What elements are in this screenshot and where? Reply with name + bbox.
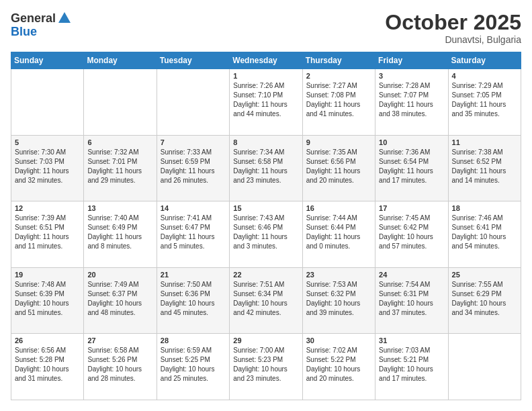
table-row: 15 Sunrise: 7:43 AMSunset: 6:46 PMDaylig… — [230, 201, 302, 268]
day-info: Sunrise: 6:58 AMSunset: 5:26 PMDaylight:… — [87, 346, 152, 383]
day-number: 9 — [306, 138, 371, 146]
day-info: Sunrise: 7:46 AMSunset: 6:41 PMDaylight:… — [452, 214, 517, 251]
table-row: 7 Sunrise: 7:33 AMSunset: 6:59 PMDayligh… — [157, 135, 229, 201]
table-row: 5 Sunrise: 7:30 AMSunset: 7:03 PMDayligh… — [11, 135, 84, 201]
day-info: Sunrise: 7:54 AMSunset: 6:31 PMDaylight:… — [379, 280, 444, 318]
table-row: 16 Sunrise: 7:44 AMSunset: 6:44 PMDaylig… — [302, 201, 375, 268]
table-row: 13 Sunrise: 7:40 AMSunset: 6:49 PMDaylig… — [84, 201, 157, 268]
day-number: 7 — [161, 138, 226, 146]
day-number: 18 — [452, 204, 517, 212]
header: General Blue October 2025 Dunavtsi, Bulg… — [11, 11, 521, 45]
day-number: 15 — [233, 204, 298, 212]
table-row: 21 Sunrise: 7:50 AMSunset: 6:36 PMDaylig… — [157, 267, 229, 334]
day-info: Sunrise: 7:44 AMSunset: 6:44 PMDaylight:… — [306, 214, 371, 251]
table-row: 26 Sunrise: 6:56 AMSunset: 5:28 PMDaylig… — [11, 334, 84, 400]
table-row: 30 Sunrise: 7:02 AMSunset: 5:22 PMDaylig… — [302, 334, 375, 400]
day-info: Sunrise: 7:38 AMSunset: 6:52 PMDaylight:… — [452, 148, 517, 185]
table-row — [11, 69, 84, 136]
day-info: Sunrise: 6:59 AMSunset: 5:25 PMDaylight:… — [161, 346, 226, 383]
day-info: Sunrise: 7:30 AMSunset: 7:03 PMDaylight:… — [15, 148, 80, 185]
page: General Blue October 2025 Dunavtsi, Bulg… — [0, 0, 532, 411]
day-number: 4 — [452, 72, 517, 80]
day-info: Sunrise: 7:36 AMSunset: 6:54 PMDaylight:… — [379, 148, 444, 185]
table-row: 6 Sunrise: 7:32 AMSunset: 7:01 PMDayligh… — [84, 135, 157, 201]
day-number: 8 — [233, 138, 298, 146]
day-number: 13 — [87, 204, 152, 212]
day-number: 10 — [379, 138, 444, 146]
day-number: 28 — [161, 336, 226, 345]
day-number: 12 — [15, 204, 80, 212]
header-wednesday: Wednesday — [230, 52, 302, 69]
day-number: 5 — [15, 138, 80, 146]
day-number: 21 — [161, 271, 226, 279]
calendar-week-row: 1 Sunrise: 7:26 AMSunset: 7:10 PMDayligh… — [11, 69, 521, 136]
calendar-week-row: 26 Sunrise: 6:56 AMSunset: 5:28 PMDaylig… — [11, 334, 521, 400]
day-number: 30 — [306, 336, 371, 345]
table-row: 11 Sunrise: 7:38 AMSunset: 6:52 PMDaylig… — [448, 135, 521, 201]
day-info: Sunrise: 7:51 AMSunset: 6:34 PMDaylight:… — [233, 280, 298, 318]
day-info: Sunrise: 7:41 AMSunset: 6:47 PMDaylight:… — [161, 214, 226, 251]
day-info: Sunrise: 7:48 AMSunset: 6:39 PMDaylight:… — [15, 280, 80, 318]
day-number: 26 — [15, 336, 80, 345]
table-row: 12 Sunrise: 7:39 AMSunset: 6:51 PMDaylig… — [11, 201, 84, 268]
day-number: 20 — [87, 271, 152, 279]
day-number: 17 — [379, 204, 444, 212]
logo-blue-text: Blue — [11, 25, 37, 38]
header-sunday: Sunday — [11, 52, 84, 69]
day-number: 27 — [87, 336, 152, 345]
table-row: 8 Sunrise: 7:34 AMSunset: 6:58 PMDayligh… — [230, 135, 302, 201]
day-info: Sunrise: 7:45 AMSunset: 6:42 PMDaylight:… — [379, 214, 444, 251]
day-number: 19 — [15, 271, 80, 279]
day-info: Sunrise: 7:49 AMSunset: 6:37 PMDaylight:… — [87, 280, 152, 318]
table-row: 24 Sunrise: 7:54 AMSunset: 6:31 PMDaylig… — [375, 267, 448, 334]
table-row: 20 Sunrise: 7:49 AMSunset: 6:37 PMDaylig… — [84, 267, 157, 334]
table-row: 22 Sunrise: 7:51 AMSunset: 6:34 PMDaylig… — [230, 267, 302, 334]
day-number: 11 — [452, 138, 517, 146]
table-row: 28 Sunrise: 6:59 AMSunset: 5:25 PMDaylig… — [157, 334, 229, 400]
table-row: 19 Sunrise: 7:48 AMSunset: 6:39 PMDaylig… — [11, 267, 84, 334]
logo: General Blue — [11, 11, 72, 38]
calendar-week-row: 19 Sunrise: 7:48 AMSunset: 6:39 PMDaylig… — [11, 267, 521, 334]
day-info: Sunrise: 7:02 AMSunset: 5:22 PMDaylight:… — [306, 346, 371, 383]
day-info: Sunrise: 6:56 AMSunset: 5:28 PMDaylight:… — [15, 346, 80, 383]
day-number: 1 — [233, 72, 298, 80]
calendar-week-row: 12 Sunrise: 7:39 AMSunset: 6:51 PMDaylig… — [11, 201, 521, 268]
day-info: Sunrise: 7:35 AMSunset: 6:56 PMDaylight:… — [306, 148, 371, 185]
day-number: 24 — [379, 271, 444, 279]
table-row: 2 Sunrise: 7:27 AMSunset: 7:08 PMDayligh… — [302, 69, 375, 136]
header-monday: Monday — [84, 52, 157, 69]
table-row — [84, 69, 157, 136]
table-row: 31 Sunrise: 7:03 AMSunset: 5:21 PMDaylig… — [375, 334, 448, 400]
header-thursday: Thursday — [302, 52, 375, 69]
month-title: October 2025 — [385, 11, 521, 34]
table-row: 4 Sunrise: 7:29 AMSunset: 7:05 PMDayligh… — [448, 69, 521, 136]
day-info: Sunrise: 7:50 AMSunset: 6:36 PMDaylight:… — [161, 280, 226, 318]
day-info: Sunrise: 7:27 AMSunset: 7:08 PMDaylight:… — [306, 81, 371, 119]
logo-icon — [57, 11, 72, 26]
table-row — [448, 334, 521, 400]
table-row — [157, 69, 229, 136]
day-number: 29 — [233, 336, 298, 345]
logo-general-text: General — [11, 12, 56, 24]
day-info: Sunrise: 7:34 AMSunset: 6:58 PMDaylight:… — [233, 148, 298, 185]
day-number: 2 — [306, 72, 371, 80]
day-number: 31 — [379, 336, 444, 345]
calendar-header-row: Sunday Monday Tuesday Wednesday Thursday… — [11, 52, 521, 69]
day-info: Sunrise: 7:39 AMSunset: 6:51 PMDaylight:… — [15, 214, 80, 251]
day-number: 23 — [306, 271, 371, 279]
day-number: 22 — [233, 271, 298, 279]
calendar-week-row: 5 Sunrise: 7:30 AMSunset: 7:03 PMDayligh… — [11, 135, 521, 201]
table-row: 14 Sunrise: 7:41 AMSunset: 6:47 PMDaylig… — [157, 201, 229, 268]
day-info: Sunrise: 7:33 AMSunset: 6:59 PMDaylight:… — [161, 148, 226, 185]
day-info: Sunrise: 7:55 AMSunset: 6:29 PMDaylight:… — [452, 280, 517, 318]
table-row: 3 Sunrise: 7:28 AMSunset: 7:07 PMDayligh… — [375, 69, 448, 136]
table-row: 23 Sunrise: 7:53 AMSunset: 6:32 PMDaylig… — [302, 267, 375, 334]
day-number: 3 — [379, 72, 444, 80]
table-row: 29 Sunrise: 7:00 AMSunset: 5:23 PMDaylig… — [230, 334, 302, 400]
day-info: Sunrise: 7:40 AMSunset: 6:49 PMDaylight:… — [87, 214, 152, 251]
table-row: 27 Sunrise: 6:58 AMSunset: 5:26 PMDaylig… — [84, 334, 157, 400]
day-info: Sunrise: 7:00 AMSunset: 5:23 PMDaylight:… — [233, 346, 298, 383]
day-info: Sunrise: 7:53 AMSunset: 6:32 PMDaylight:… — [306, 280, 371, 318]
table-row: 9 Sunrise: 7:35 AMSunset: 6:56 PMDayligh… — [302, 135, 375, 201]
day-number: 6 — [87, 138, 152, 146]
